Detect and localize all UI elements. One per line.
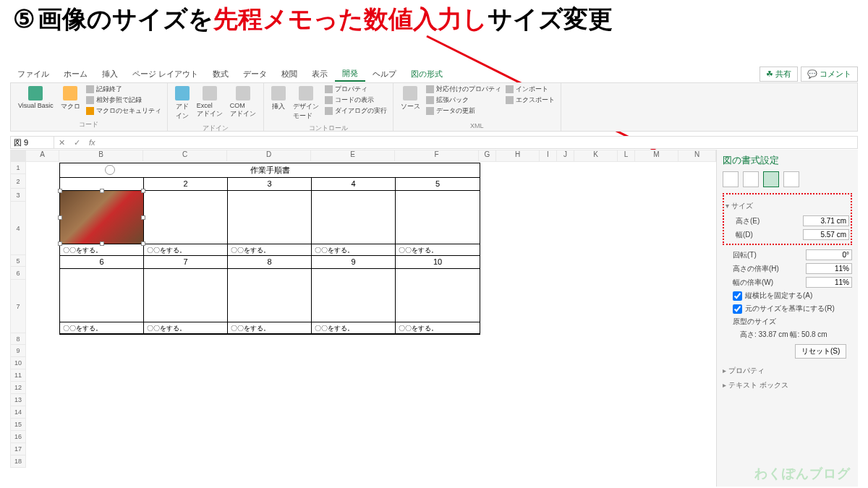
name-box[interactable]: 図 9 [11, 137, 54, 149]
size-highlight-box: サイズ 高さ(E) 幅(D) [723, 193, 852, 245]
effects-icon[interactable] [743, 171, 759, 187]
group-label-control: コントロール [309, 122, 348, 134]
formula-bar: 図 9 ✕ ✓ fx [10, 136, 858, 149]
source-button[interactable]: ソース [399, 85, 422, 113]
format-picture-panel: 図の書式設定 サイズ 高さ(E) 幅(D) 回転(T) 高さの倍率(H) 幅の倍… [716, 150, 858, 487]
table-title: 作業手順書 [60, 163, 480, 178]
rotation-label: 回転(T) [733, 250, 757, 260]
panel-title: 図の書式設定 [723, 154, 852, 167]
column-headers[interactable]: ABCDEFGHIJKLMN [10, 150, 716, 162]
height-label: 高さ(E) [736, 216, 760, 226]
height-scale-input[interactable] [806, 263, 852, 274]
width-scale-input[interactable] [806, 277, 852, 288]
cancel-icon[interactable]: ✕ [54, 138, 69, 147]
tab-insert[interactable]: 挿入 [95, 67, 125, 81]
worksheet-table: 作業手順書 2345 〇〇をする。〇〇をする。〇〇をする。〇〇をする。〇〇をする… [59, 163, 480, 335]
size-properties-icon[interactable] [763, 171, 779, 187]
record-end-button[interactable]: 記録終了 [86, 85, 161, 94]
width-scale-label: 幅の倍率(W) [733, 278, 773, 288]
group-label-xml: XML [470, 121, 484, 131]
tab-developer[interactable]: 開発 [335, 67, 365, 82]
relative-original-checkbox[interactable] [733, 304, 742, 314]
height-input[interactable] [803, 215, 849, 226]
excel-addin-button[interactable]: Excel アドイン [195, 85, 224, 120]
tab-picture-format[interactable]: 図の形式 [404, 67, 450, 81]
original-size-label: 原型のサイズ [723, 315, 852, 328]
tab-help[interactable]: ヘルプ [365, 67, 404, 81]
macro-button[interactable]: マクロ [59, 85, 82, 113]
ribbon: Visual Basic マクロ 記録終了 相対参照で記録 マクロのセキュリティ… [10, 82, 858, 132]
reset-button[interactable]: リセット(S) [795, 344, 846, 359]
original-size-value: 高さ: 33.87 cm 幅: 50.8 cm [723, 328, 852, 341]
comment-button[interactable]: 💬 コメント [801, 67, 858, 82]
section-size[interactable]: サイズ [726, 201, 849, 211]
tab-layout[interactable]: ページ レイアウト [125, 67, 205, 81]
section-textbox[interactable]: テキスト ボックス [723, 380, 852, 390]
tab-formula[interactable]: 数式 [205, 67, 236, 81]
addin-button[interactable]: アド イン [174, 85, 191, 122]
height-scale-label: 高さの倍率(H) [733, 264, 779, 274]
fx-icon[interactable]: fx [85, 138, 100, 147]
export-button[interactable]: エクスポート [506, 95, 555, 105]
import-button[interactable]: インポート [506, 85, 555, 94]
section-properties[interactable]: プロパティ [723, 366, 852, 376]
refresh-data-button[interactable]: データの更新 [426, 106, 501, 116]
selected-image[interactable] [60, 191, 144, 244]
width-input[interactable] [803, 229, 849, 240]
design-mode-button[interactable]: デザイン モード [292, 85, 320, 122]
group-label-addin: アドイン [203, 122, 229, 134]
run-dialog-button[interactable]: ダイアログの実行 [325, 106, 387, 116]
step-number: ⑤ [13, 5, 35, 33]
tab-home[interactable]: ホーム [56, 67, 95, 81]
map-properties-button[interactable]: 対応付けのプロパティ [426, 85, 501, 94]
share-button[interactable]: ☘ 共有 [760, 67, 798, 82]
watermark: わくぽんブログ [754, 465, 851, 482]
properties-button[interactable]: プロパティ [325, 85, 387, 94]
visual-basic-button[interactable]: Visual Basic [17, 85, 55, 111]
rotation-input[interactable] [806, 249, 852, 260]
expansion-pack-button[interactable]: 拡張パック [426, 95, 501, 105]
view-code-button[interactable]: コードの表示 [325, 95, 387, 105]
instruction-text: ⑤画像のサイズを先程メモった数値入力しサイズ変更 [13, 3, 613, 36]
macro-security-button[interactable]: マクロのセキュリティ [86, 106, 161, 116]
ribbon-tabs: ファイル ホーム 挿入 ページ レイアウト 数式 データ 校閲 表示 開発 ヘル… [10, 67, 858, 81]
tab-view[interactable]: 表示 [305, 67, 335, 81]
com-addin-button[interactable]: COM アドイン [229, 85, 258, 120]
tab-review[interactable]: 校閲 [274, 67, 305, 81]
relative-ref-button[interactable]: 相対参照で記録 [86, 95, 161, 105]
insert-control-button[interactable]: 挿入 [270, 85, 287, 113]
fill-line-icon[interactable] [723, 171, 739, 187]
group-label-code: コード [79, 119, 98, 131]
row-headers[interactable]: 123456789101112131415161718 [10, 162, 26, 468]
picture-icon[interactable] [783, 171, 799, 187]
tab-file[interactable]: ファイル [10, 67, 56, 81]
enter-icon[interactable]: ✓ [69, 138, 85, 147]
width-label: 幅(D) [736, 230, 753, 240]
rotate-handle-icon[interactable] [105, 165, 115, 175]
lock-aspect-checkbox[interactable] [733, 291, 742, 301]
tab-data[interactable]: データ [236, 67, 274, 81]
